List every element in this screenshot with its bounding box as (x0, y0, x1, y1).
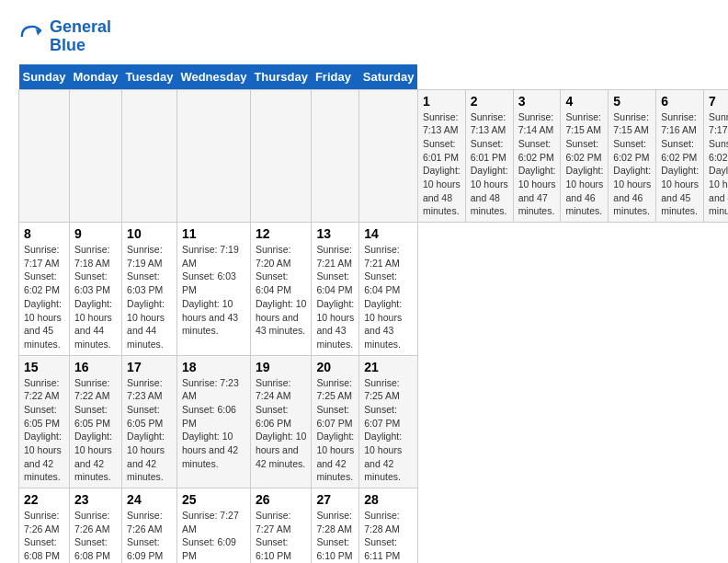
calendar-cell: 23 Sunrise: 7:26 AM Sunset: 6:08 PM Dayl… (69, 488, 121, 563)
calendar-cell: 27 Sunrise: 7:28 AM Sunset: 6:10 PM Dayl… (312, 488, 359, 563)
calendar-week-2: 8 Sunrise: 7:17 AM Sunset: 6:02 PM Dayli… (19, 223, 729, 356)
day-number: 15 (24, 360, 64, 374)
day-number: 10 (127, 226, 172, 241)
calendar-cell: 5 Sunrise: 7:15 AM Sunset: 6:02 PM Dayli… (609, 89, 656, 223)
day-info: Sunrise: 7:23 AM Sunset: 6:06 PM Dayligh… (182, 376, 245, 471)
day-number: 6 (661, 94, 699, 109)
day-info: Sunrise: 7:19 AM Sunset: 6:03 PM Dayligh… (182, 243, 245, 338)
day-number: 3 (518, 94, 556, 109)
calendar-cell: 8 Sunrise: 7:17 AM Sunset: 6:02 PM Dayli… (19, 223, 70, 356)
calendar-cell: 24 Sunrise: 7:26 AM Sunset: 6:09 PM Dayl… (122, 488, 177, 563)
calendar-cell (19, 89, 70, 223)
day-number: 8 (24, 226, 64, 241)
calendar-cell: 28 Sunrise: 7:28 AM Sunset: 6:11 PM Dayl… (359, 488, 418, 563)
day-info: Sunrise: 7:26 AM Sunset: 6:08 PM Dayligh… (24, 509, 64, 563)
day-info: Sunrise: 7:23 AM Sunset: 6:05 PM Dayligh… (127, 376, 172, 485)
calendar-week-1: 1 Sunrise: 7:13 AM Sunset: 6:01 PM Dayli… (19, 89, 729, 223)
day-info: Sunrise: 7:17 AM Sunset: 6:02 PM Dayligh… (709, 110, 728, 219)
day-number: 17 (127, 360, 172, 374)
day-header-friday: Friday (312, 64, 359, 90)
calendar-cell: 9 Sunrise: 7:18 AM Sunset: 6:03 PM Dayli… (69, 223, 121, 356)
day-header-sunday: Sunday (19, 64, 70, 90)
calendar-week-4: 22 Sunrise: 7:26 AM Sunset: 6:08 PM Dayl… (19, 488, 729, 563)
calendar-cell: 15 Sunrise: 7:22 AM Sunset: 6:05 PM Dayl… (19, 355, 70, 488)
day-number: 12 (256, 226, 307, 241)
calendar-cell (122, 89, 177, 223)
day-info: Sunrise: 7:22 AM Sunset: 6:05 PM Dayligh… (74, 376, 117, 485)
day-number: 1 (423, 94, 461, 109)
day-number: 23 (74, 492, 117, 507)
day-info: Sunrise: 7:27 AM Sunset: 6:09 PM Dayligh… (182, 509, 245, 563)
calendar-cell: 22 Sunrise: 7:26 AM Sunset: 6:08 PM Dayl… (19, 488, 70, 563)
day-number: 18 (182, 360, 245, 374)
day-info: Sunrise: 7:13 AM Sunset: 6:01 PM Dayligh… (423, 110, 461, 219)
calendar-cell: 12 Sunrise: 7:20 AM Sunset: 6:04 PM Dayl… (250, 223, 312, 356)
calendar-week-3: 15 Sunrise: 7:22 AM Sunset: 6:05 PM Dayl… (19, 355, 729, 488)
day-number: 14 (364, 226, 413, 241)
day-number: 25 (182, 492, 245, 507)
day-info: Sunrise: 7:20 AM Sunset: 6:04 PM Dayligh… (256, 243, 307, 338)
calendar-table: SundayMondayTuesdayWednesdayThursdayFrid… (18, 64, 728, 563)
calendar-cell: 26 Sunrise: 7:27 AM Sunset: 6:10 PM Dayl… (250, 488, 312, 563)
day-info: Sunrise: 7:26 AM Sunset: 6:09 PM Dayligh… (127, 509, 172, 563)
day-number: 19 (256, 360, 307, 374)
day-info: Sunrise: 7:17 AM Sunset: 6:02 PM Dayligh… (24, 243, 64, 351)
day-number: 7 (709, 94, 728, 109)
day-info: Sunrise: 7:25 AM Sunset: 6:07 PM Dayligh… (316, 376, 354, 485)
day-info: Sunrise: 7:18 AM Sunset: 6:03 PM Dayligh… (74, 243, 117, 351)
day-info: Sunrise: 7:19 AM Sunset: 6:03 PM Dayligh… (127, 243, 172, 351)
calendar-cell: 11 Sunrise: 7:19 AM Sunset: 6:03 PM Dayl… (176, 223, 250, 356)
day-number: 4 (565, 94, 603, 109)
day-header-thursday: Thursday (250, 64, 312, 90)
calendar-cell: 16 Sunrise: 7:22 AM Sunset: 6:05 PM Dayl… (69, 355, 121, 488)
calendar-body: 1 Sunrise: 7:13 AM Sunset: 6:01 PM Dayli… (19, 89, 729, 563)
calendar-cell: 18 Sunrise: 7:23 AM Sunset: 6:06 PM Dayl… (176, 355, 250, 488)
day-number: 9 (74, 226, 117, 241)
logo-text: General Blue (50, 18, 111, 55)
logo-icon (18, 23, 46, 51)
calendar-cell: 7 Sunrise: 7:17 AM Sunset: 6:02 PM Dayli… (704, 89, 728, 223)
calendar-cell (176, 89, 250, 223)
calendar-cell: 17 Sunrise: 7:23 AM Sunset: 6:05 PM Dayl… (122, 355, 177, 488)
calendar-cell: 20 Sunrise: 7:25 AM Sunset: 6:07 PM Dayl… (312, 355, 359, 488)
calendar-cell (69, 89, 121, 223)
calendar-cell: 3 Sunrise: 7:14 AM Sunset: 6:02 PM Dayli… (513, 89, 561, 223)
day-info: Sunrise: 7:22 AM Sunset: 6:05 PM Dayligh… (24, 376, 64, 485)
day-info: Sunrise: 7:27 AM Sunset: 6:10 PM Dayligh… (256, 509, 307, 563)
day-info: Sunrise: 7:13 AM Sunset: 6:01 PM Dayligh… (471, 110, 508, 219)
day-info: Sunrise: 7:21 AM Sunset: 6:04 PM Dayligh… (316, 243, 354, 351)
calendar-cell: 25 Sunrise: 7:27 AM Sunset: 6:09 PM Dayl… (176, 488, 250, 563)
day-number: 21 (364, 360, 413, 374)
day-header-wednesday: Wednesday (176, 64, 250, 90)
day-number: 24 (127, 492, 172, 507)
calendar-cell: 1 Sunrise: 7:13 AM Sunset: 6:01 PM Dayli… (417, 89, 465, 223)
day-info: Sunrise: 7:15 AM Sunset: 6:02 PM Dayligh… (565, 110, 603, 219)
calendar-cell: 13 Sunrise: 7:21 AM Sunset: 6:04 PM Dayl… (312, 223, 359, 356)
day-number: 2 (471, 94, 508, 109)
day-number: 27 (316, 492, 354, 507)
day-number: 26 (256, 492, 307, 507)
calendar-cell: 14 Sunrise: 7:21 AM Sunset: 6:04 PM Dayl… (359, 223, 418, 356)
day-info: Sunrise: 7:24 AM Sunset: 6:06 PM Dayligh… (256, 376, 307, 471)
day-header-monday: Monday (69, 64, 121, 90)
day-info: Sunrise: 7:26 AM Sunset: 6:08 PM Dayligh… (74, 509, 117, 563)
day-info: Sunrise: 7:28 AM Sunset: 6:11 PM Dayligh… (364, 509, 413, 563)
day-number: 20 (316, 360, 354, 374)
day-header-tuesday: Tuesday (122, 64, 177, 90)
calendar-cell: 4 Sunrise: 7:15 AM Sunset: 6:02 PM Dayli… (561, 89, 609, 223)
logo: General Blue (18, 18, 111, 55)
page-header: General Blue (18, 18, 710, 55)
day-header-saturday: Saturday (359, 64, 418, 90)
calendar-cell (359, 89, 418, 223)
calendar-cell: 10 Sunrise: 7:19 AM Sunset: 6:03 PM Dayl… (122, 223, 177, 356)
day-info: Sunrise: 7:21 AM Sunset: 6:04 PM Dayligh… (364, 243, 413, 351)
calendar-cell: 2 Sunrise: 7:13 AM Sunset: 6:01 PM Dayli… (465, 89, 513, 223)
calendar-header-row: SundayMondayTuesdayWednesdayThursdayFrid… (19, 64, 729, 90)
day-info: Sunrise: 7:28 AM Sunset: 6:10 PM Dayligh… (316, 509, 354, 563)
day-number: 22 (24, 492, 64, 507)
day-number: 28 (364, 492, 413, 507)
calendar-cell: 21 Sunrise: 7:25 AM Sunset: 6:07 PM Dayl… (359, 355, 418, 488)
day-info: Sunrise: 7:15 AM Sunset: 6:02 PM Dayligh… (613, 110, 651, 219)
day-number: 16 (74, 360, 117, 374)
day-number: 5 (613, 94, 651, 109)
